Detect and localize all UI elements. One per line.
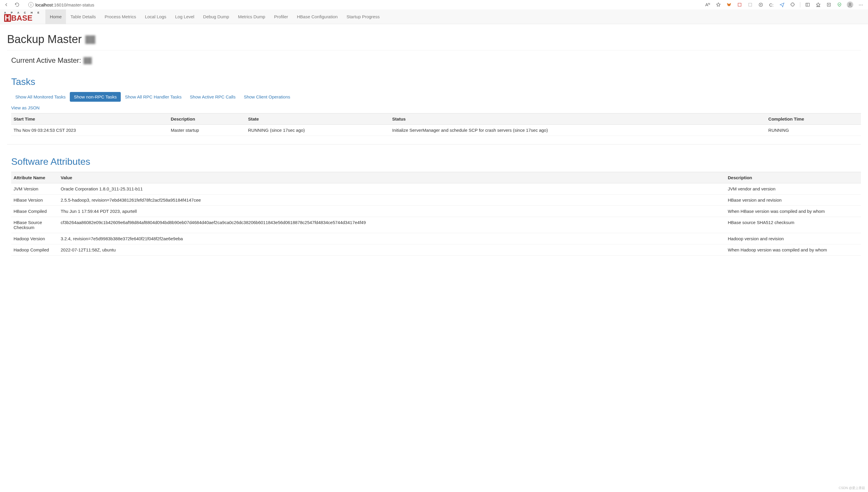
reload-button[interactable] [13, 1, 21, 9]
favorites-bar-icon[interactable] [815, 1, 821, 8]
extension-metamask-icon[interactable] [726, 1, 732, 8]
brand-main-text: HBASE [4, 14, 41, 22]
table-cell: JVM vendor and version [726, 183, 861, 195]
task-tab-client-ops[interactable]: Show Client Operations [240, 92, 294, 102]
table-header-cell: Start Time [11, 114, 168, 125]
table-cell: 2.5.5-hadoop3, revision=7ebd4381261fefd7… [58, 195, 726, 206]
table-cell: Thu Jun 1 17:59:44 PDT 2023, apurtell [58, 206, 726, 217]
table-cell: HBase Version [11, 195, 58, 206]
table-row: Thu Nov 09 03:24:53 CST 2023Master start… [11, 125, 861, 136]
table-row: HBase CompiledThu Jun 1 17:59:44 PDT 202… [11, 206, 861, 217]
task-tab-non-rpc[interactable]: Show non-RPC Tasks [70, 92, 121, 102]
table-cell: cf3b264aa86082e09c1b42609e6af98d84af8804… [58, 217, 726, 233]
read-aloud-icon[interactable]: Aᴺ [705, 1, 711, 8]
page-title-host: ██ [85, 35, 95, 44]
page-header: Backup Master ██ [7, 24, 861, 50]
table-cell: Master startup [168, 125, 246, 136]
reload-icon [15, 2, 20, 7]
table-header-cell: Description [168, 114, 246, 125]
tasks-heading: Tasks [11, 76, 861, 87]
table-header-cell: Description [726, 172, 861, 183]
collections-icon[interactable] [825, 1, 832, 8]
url-text: localhost:16010/master-status [35, 2, 94, 7]
table-cell: RUNNING (since 17sec ago) [246, 125, 390, 136]
brand-logo[interactable]: A P A C H E HBASE [0, 9, 45, 24]
nav-item-log-level[interactable]: Log Level [171, 9, 199, 24]
table-row: Hadoop Compiled2022-07-12T11:58Z, ubuntu… [11, 244, 861, 255]
table-cell: 2022-07-12T11:58Z, ubuntu [58, 244, 726, 255]
nav-item-process-metrics[interactable]: Process Metrics [100, 9, 140, 24]
extension-red-icon[interactable] [736, 1, 743, 8]
table-row: JVM VersionOracle Corporation 1.8.0_311-… [11, 183, 861, 195]
svg-rect-0 [738, 3, 741, 6]
table-cell: HBase source SHA512 checksum [726, 217, 861, 233]
task-tab-all-monitored[interactable]: Show All Monitored Tasks [11, 92, 70, 102]
svg-point-7 [849, 3, 851, 5]
table-cell: Initialize ServerManager and schedule SC… [390, 125, 766, 136]
svg-rect-1 [749, 3, 752, 6]
table-header-cell: Status [390, 114, 766, 125]
table-cell: Hadoop Version [11, 233, 58, 244]
back-button[interactable] [2, 1, 10, 9]
table-cell: Hadoop version and revision [726, 233, 861, 244]
table-cell: When HBase version was compiled and by w… [726, 206, 861, 217]
browser-chrome: i localhost:16010/master-status Aᴺ C: [0, 0, 868, 9]
tasks-table: Start TimeDescriptionStateStatusCompleti… [11, 113, 861, 136]
favorite-icon[interactable] [715, 1, 721, 8]
table-cell: Thu Nov 09 03:24:53 CST 2023 [11, 125, 168, 136]
current-active-master: Current Active Master: ██ [11, 56, 861, 65]
nav-item-debug-dump[interactable]: Debug Dump [199, 9, 234, 24]
site-info-icon[interactable]: i [28, 2, 33, 7]
table-cell: Hadoop Compiled [11, 244, 58, 255]
extension-c-icon[interactable]: C: [768, 1, 774, 8]
nav-item-profiler[interactable]: Profiler [269, 9, 292, 24]
page-container: Backup Master ██ Current Active Master: … [0, 24, 868, 267]
table-cell: RUNNING [766, 125, 861, 136]
current-active-master-value: ██ [83, 57, 91, 64]
table-header-row: Attribute NameValueDescription [11, 172, 861, 183]
browser-toolbar-right: Aᴺ C: [705, 1, 866, 8]
software-attributes-heading: Software Attributes [11, 156, 861, 167]
extensions-icon[interactable] [789, 1, 796, 8]
more-menu-icon[interactable]: ⋯ [858, 1, 864, 8]
performance-icon[interactable] [836, 1, 843, 8]
table-header-cell: State [246, 114, 390, 125]
table-row: Hadoop Version3.2.4, revision=7e5d9983b3… [11, 233, 861, 244]
extension-gray-icon[interactable] [747, 1, 754, 8]
arrow-left-icon [4, 2, 9, 7]
table-cell: When Hadoop version was compiled and by … [726, 244, 861, 255]
table-cell: Oracle Corporation 1.8.0_311-25.311-b11 [58, 183, 726, 195]
task-tabs: Show All Monitored TasksShow non-RPC Tas… [11, 92, 861, 102]
table-row: HBase Version2.5.5-hadoop3, revision=7eb… [11, 195, 861, 206]
nav-items: HomeTable DetailsProcess MetricsLocal Lo… [45, 9, 384, 24]
sidebar-toggle-icon[interactable] [805, 1, 811, 8]
nav-item-hbase-configuration[interactable]: HBase Configuration [292, 9, 342, 24]
page-title: Backup Master ██ [7, 33, 861, 46]
table-cell: HBase Compiled [11, 206, 58, 217]
software-attributes-table: Attribute NameValueDescription JVM Versi… [11, 172, 861, 255]
view-as-json-link[interactable]: View as JSON [11, 105, 40, 110]
task-tab-all-rpc-handler[interactable]: Show All RPC Handler Tasks [121, 92, 186, 102]
table-cell: HBase version and revision [726, 195, 861, 206]
table-header-cell: Attribute Name [11, 172, 58, 183]
nav-item-table-details[interactable]: Table Details [66, 9, 100, 24]
nav-item-metrics-dump[interactable]: Metrics Dump [234, 9, 270, 24]
nav-item-local-logs[interactable]: Local Logs [140, 9, 171, 24]
extension-y-icon[interactable] [758, 1, 764, 8]
task-tab-active-rpc[interactable]: Show Active RPC Calls [186, 92, 240, 102]
table-row: HBase Source Checksumcf3b264aa86082e09c1… [11, 217, 861, 233]
profile-avatar[interactable] [847, 1, 853, 8]
separator [800, 2, 800, 7]
extension-plane-icon[interactable] [779, 1, 785, 8]
nav-item-home[interactable]: Home [45, 9, 66, 24]
table-header-cell: Completion Time [766, 114, 861, 125]
table-header-cell: Value [58, 172, 726, 183]
navbar: A P A C H E HBASE HomeTable DetailsProce… [0, 9, 868, 24]
table-cell: 3.2.4, revision=7e5d9983b388e372fe640f21… [58, 233, 726, 244]
address-bar[interactable]: i localhost:16010/master-status [25, 1, 98, 9]
table-header-row: Start TimeDescriptionStateStatusCompleti… [11, 114, 861, 125]
svg-rect-3 [806, 3, 809, 6]
table-cell: HBase Source Checksum [11, 217, 58, 233]
table-cell: JVM Version [11, 183, 58, 195]
nav-item-startup-progress[interactable]: Startup Progress [342, 9, 384, 24]
